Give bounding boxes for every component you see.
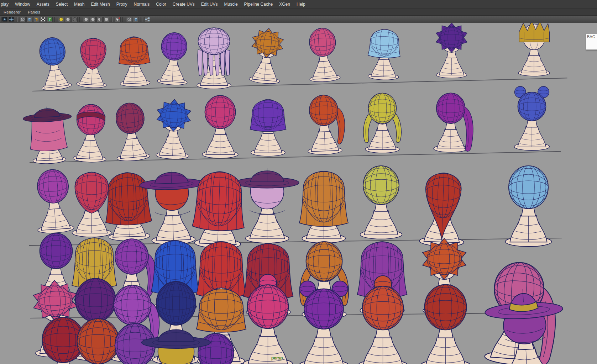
menu-item-xgen[interactable]: XGen [276, 2, 293, 7]
toolbar-separator [79, 17, 81, 22]
panel-menu-renderer[interactable]: Renderer [0, 10, 24, 14]
all-lights-icon[interactable] [65, 17, 71, 22]
menu-item-assets[interactable]: Assets [33, 2, 53, 7]
hair-model-round[interactable] [493, 158, 564, 249]
shaded-display-icon[interactable] [26, 17, 32, 22]
hair-model-round[interactable] [349, 159, 413, 241]
toolbar-separator [111, 17, 113, 22]
menu-item-select[interactable]: Select [53, 2, 71, 7]
hair-model-crown[interactable] [510, 16, 558, 78]
hair-model-round[interactable] [193, 90, 247, 160]
hair-model-tentacles[interactable] [188, 23, 240, 91]
single-pane-layout-icon[interactable] [1, 17, 7, 22]
svg-text:T: T [49, 18, 51, 21]
hair-model-headband[interactable] [66, 99, 116, 164]
menu-item-color[interactable]: Color [153, 2, 169, 7]
wireframe-display-icon[interactable] [20, 17, 26, 22]
hair-model-ponytail[interactable] [425, 87, 477, 154]
hair-model-spiky[interactable] [243, 25, 290, 85]
uv-texture-editor-icon[interactable]: T [47, 17, 53, 22]
hair-model-bob[interactable] [242, 91, 294, 158]
textured-display-icon[interactable] [33, 17, 39, 22]
menu-item-window[interactable]: Window [12, 2, 33, 7]
panel-menu-bar: RendererPanels [0, 9, 597, 16]
viewport-toolbar: T [0, 16, 597, 23]
hair-model-round[interactable] [31, 33, 76, 91]
backface-culling-icon[interactable] [96, 17, 103, 22]
hair-model-witchhat[interactable] [486, 285, 564, 364]
no-lights-icon[interactable] [72, 17, 78, 22]
menu-item-proxy[interactable]: Proxy [113, 2, 131, 7]
menu-item-play[interactable]: play [0, 2, 12, 7]
tooltip: BAC [586, 33, 597, 50]
hair-model-bob[interactable] [361, 21, 408, 81]
selection-highlight-icon[interactable] [115, 17, 121, 22]
hair-model-ponytail[interactable] [298, 89, 350, 156]
hair-model-hatbrim[interactable] [140, 318, 212, 364]
node-connections-icon[interactable] [144, 17, 150, 22]
wire-cube-icon[interactable] [126, 17, 132, 22]
hair-model-hatbrim[interactable] [23, 100, 73, 165]
default-light-icon[interactable] [58, 17, 64, 22]
joints-display-icon[interactable] [90, 17, 96, 22]
checker-map-icon[interactable] [40, 17, 46, 22]
hair-model-buns[interactable] [505, 83, 559, 152]
toolbar-separator [141, 17, 142, 22]
hair-model-twintails[interactable] [356, 88, 408, 155]
menu-item-normals[interactable]: Normals [130, 2, 153, 7]
viewport[interactable] [0, 0, 597, 364]
xray-display-icon[interactable] [83, 17, 89, 22]
four-pane-layout-icon[interactable] [8, 17, 14, 22]
main-menu-bar: playWindowAssetsSelectMeshEdit MeshProxy… [0, 0, 597, 9]
hair-model-teardrop[interactable] [70, 31, 116, 89]
shaded-cube-icon[interactable] [133, 17, 139, 22]
menu-item-mesh[interactable]: Mesh [71, 2, 88, 7]
toolbar-separator [16, 17, 18, 22]
hair-model-spiky[interactable] [428, 20, 475, 80]
menu-item-create-uvs[interactable]: Create UVs [169, 2, 198, 7]
hair-model-round[interactable] [408, 276, 483, 364]
hair-model-round[interactable] [300, 23, 346, 83]
hair-model-bob[interactable] [111, 29, 157, 88]
menu-item-pipeline-cache[interactable]: Pipeline Cache [241, 2, 276, 7]
menu-item-edit-uvs[interactable]: Edit UVs [198, 2, 221, 7]
toolbar-separator [54, 17, 56, 22]
panel-menu-panels[interactable]: Panels [24, 10, 44, 14]
camera-label: persp [271, 355, 283, 360]
hair-model-spiky[interactable] [148, 96, 199, 161]
menu-item-help[interactable]: Help [293, 2, 309, 7]
menu-item-edit-mesh[interactable]: Edit Mesh [88, 2, 113, 7]
menu-item-muscle[interactable]: Muscle [221, 2, 241, 7]
image-plane-icon[interactable] [103, 17, 109, 22]
toolbar-separator [122, 17, 124, 22]
